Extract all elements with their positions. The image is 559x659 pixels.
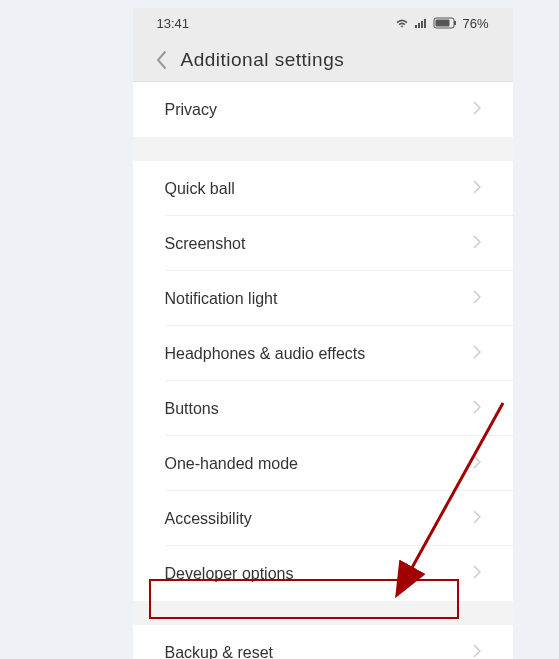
chevron-right-icon <box>473 235 481 253</box>
sidebar-item-one-handed[interactable]: One-handed mode <box>133 436 513 491</box>
svg-rect-1 <box>418 23 420 28</box>
item-label: Headphones & audio effects <box>165 345 366 363</box>
sidebar-item-notification-light[interactable]: Notification light <box>133 271 513 326</box>
sidebar-item-quick-ball[interactable]: Quick ball <box>133 161 513 216</box>
phone-screen: 13:41 76% Additional settings Privacy <box>133 8 513 659</box>
header: Additional settings <box>133 38 513 82</box>
sidebar-item-backup-reset[interactable]: Backup & reset <box>133 625 513 659</box>
signal-icon <box>414 17 428 29</box>
chevron-right-icon <box>473 101 481 119</box>
item-label: Accessibility <box>165 510 252 528</box>
svg-rect-6 <box>436 20 450 27</box>
chevron-right-icon <box>473 510 481 528</box>
chevron-right-icon <box>473 400 481 418</box>
item-label: Developer options <box>165 565 294 583</box>
sidebar-item-buttons[interactable]: Buttons <box>133 381 513 436</box>
sidebar-item-headphones-audio[interactable]: Headphones & audio effects <box>133 326 513 381</box>
sidebar-item-developer-options[interactable]: Developer options <box>133 546 513 601</box>
status-right: 76% <box>395 16 488 31</box>
item-label: Backup & reset <box>165 644 274 660</box>
svg-rect-0 <box>415 25 417 28</box>
group-separator <box>133 149 513 161</box>
back-icon[interactable] <box>149 48 173 72</box>
item-label: Buttons <box>165 400 219 418</box>
chevron-right-icon <box>473 644 481 660</box>
page-title: Additional settings <box>181 49 345 71</box>
status-bar: 13:41 76% <box>133 8 513 38</box>
battery-icon <box>433 17 457 29</box>
status-time: 13:41 <box>157 16 190 31</box>
settings-group-1: Quick ball Screenshot Notification light… <box>133 161 513 601</box>
sidebar-item-accessibility[interactable]: Accessibility <box>133 491 513 546</box>
settings-group-2: Backup & reset Mi Mover <box>133 625 513 659</box>
chevron-right-icon <box>473 455 481 473</box>
sidebar-item-privacy[interactable]: Privacy <box>133 82 513 137</box>
item-label: One-handed mode <box>165 455 298 473</box>
item-label: Privacy <box>165 101 217 119</box>
settings-list: Privacy Quick ball Screenshot Notificati… <box>133 82 513 659</box>
chevron-right-icon <box>473 345 481 363</box>
item-label: Notification light <box>165 290 278 308</box>
item-label: Quick ball <box>165 180 235 198</box>
settings-group-0: Privacy <box>133 82 513 137</box>
svg-rect-2 <box>421 21 423 28</box>
svg-rect-3 <box>424 19 426 28</box>
item-label: Screenshot <box>165 235 246 253</box>
wifi-icon <box>395 17 409 29</box>
svg-rect-5 <box>454 21 456 25</box>
chevron-right-icon <box>473 290 481 308</box>
chevron-right-icon <box>473 180 481 198</box>
chevron-right-icon <box>473 565 481 583</box>
group-separator <box>133 613 513 625</box>
sidebar-item-screenshot[interactable]: Screenshot <box>133 216 513 271</box>
status-battery: 76% <box>462 16 488 31</box>
